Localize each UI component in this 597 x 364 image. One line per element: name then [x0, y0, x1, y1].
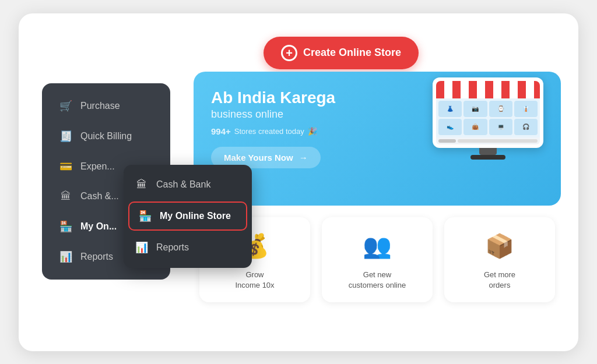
product-cell: 💻: [489, 119, 512, 135]
product-cell: 👗: [438, 101, 462, 117]
monitor-stand: [479, 148, 497, 155]
sidebar-label-expenses: Expen...: [80, 161, 115, 172]
dropdown-menu: 🏛 Cash & Bank 🏪 My Online Store 📊 Report…: [124, 165, 252, 268]
feature-label-more-orders: Get moreorders: [484, 270, 515, 291]
feature-label-grow-income: GrowIncome 10x: [235, 270, 274, 291]
plus-circle-icon: +: [281, 45, 297, 61]
dropdown-reports-icon: 📊: [135, 241, 148, 254]
product-cell: 👟: [438, 119, 462, 135]
sidebar-label-reports: Reports: [80, 252, 113, 262]
stores-text: Stores created today: [234, 127, 304, 136]
arrow-icon: →: [299, 153, 308, 162]
product-cell: 👜: [463, 119, 487, 135]
bank-icon: 🏛: [59, 190, 72, 203]
product-cell: 🎧: [514, 119, 538, 135]
party-emoji: 🎉: [308, 127, 317, 136]
cart-icon: 🛒: [59, 100, 72, 112]
sidebar-item-purchase[interactable]: 🛒 Purchase: [47, 91, 166, 121]
dropdown-item-reports[interactable]: 📊 Reports: [124, 233, 252, 262]
expenses-icon: 💳: [59, 160, 72, 173]
store-product-grid: 👗 📷 ⌚ 👔 👟 👜 💻 🎧: [436, 98, 540, 137]
product-cell: 📷: [463, 101, 487, 117]
dropdown-item-my-online-store[interactable]: 🏪 My Online Store: [128, 202, 247, 231]
dropdown-label-cash-bank: Cash & Bank: [156, 179, 210, 190]
dropdown-bank-icon: 🏛: [135, 179, 148, 191]
create-online-store-button[interactable]: + Create Online Store: [264, 37, 419, 69]
monitor-base: [470, 155, 505, 160]
sidebar-label-purchase: Purchase: [80, 101, 120, 111]
store-icon: 🏪: [59, 220, 72, 233]
dropdown-label-reports: Reports: [156, 242, 189, 253]
sidebar-item-quick-billing[interactable]: 🧾 Quick Billing: [47, 122, 166, 151]
feature-label-new-customers: Get newcustomers online: [349, 270, 406, 291]
product-cell: 👔: [514, 101, 538, 117]
sidebar-label-my-online-store: My On...: [80, 221, 117, 232]
product-cell: ⌚: [489, 101, 512, 117]
store-awning: [436, 81, 540, 98]
dropdown-store-icon: 🏪: [139, 210, 152, 222]
feature-card-new-customers: 👥 Get newcustomers online: [322, 217, 433, 302]
customers-icon: 👥: [360, 229, 395, 264]
banner-cta-label: Make Yours Now: [224, 153, 293, 162]
stores-number: 994+: [211, 126, 231, 136]
store-illustration: 👗 📷 ⌚ 👔 👟 👜 💻 🎧: [433, 77, 549, 179]
main-card: + Create Online Store 🛒 Purchase 🧾 Quick…: [19, 13, 578, 351]
orders-icon: 📦: [482, 229, 517, 264]
create-button-label: Create Online Store: [303, 47, 401, 59]
dropdown-label-my-online-store: My Online Store: [160, 211, 231, 221]
feature-card-more-orders: 📦 Get moreorders: [444, 217, 555, 302]
reports-icon: 📊: [59, 250, 72, 263]
sidebar-label-cash-bank: Cash &...: [80, 191, 119, 202]
sidebar-label-quick-billing: Quick Billing: [80, 131, 132, 142]
dropdown-item-cash-bank[interactable]: 🏛 Cash & Bank: [124, 171, 252, 199]
receipt-icon: 🧾: [59, 130, 72, 143]
